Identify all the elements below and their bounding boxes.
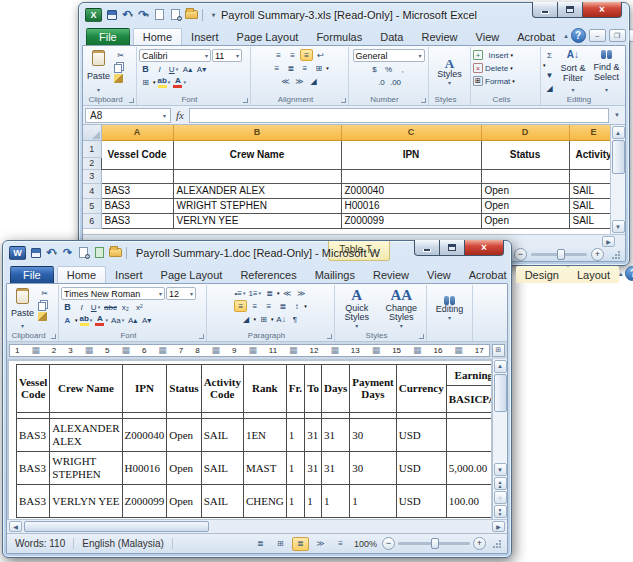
find-select-button[interactable]: Find & Select▾ xyxy=(590,49,623,94)
table-cell[interactable]: 1 xyxy=(286,418,304,451)
multilevel-list-button[interactable]: ≣ xyxy=(263,287,276,299)
cell[interactable]: Open xyxy=(481,198,569,213)
fill-color-button[interactable]: ab▾ xyxy=(157,76,172,88)
align-right-button[interactable]: ≡ xyxy=(262,300,275,312)
table-column-marker-icon[interactable]: ▦ xyxy=(248,346,257,355)
scroll-up-icon[interactable]: ▲ xyxy=(494,360,507,373)
undo-icon[interactable]: ↶▾ xyxy=(45,246,58,260)
dialog-launcher-icon[interactable] xyxy=(341,98,346,103)
cell[interactable] xyxy=(101,169,173,183)
bold-button[interactable]: B xyxy=(139,63,152,75)
new-document-icon[interactable] xyxy=(153,8,166,22)
align-left-button[interactable]: ≡ xyxy=(234,300,247,312)
scroll-left-icon[interactable]: ◀ xyxy=(9,521,22,532)
excel-grid[interactable]: ABCDE1Vessel CodeCrew NameIPNStatusActiv… xyxy=(83,125,610,234)
horizontal-ruler[interactable]: 1▦23▦5▦6▦78▦9▦11▦12▦13▦15▦16▦17 xyxy=(9,344,490,357)
format-cells-button[interactable]: ⊞Format▾ xyxy=(473,75,538,87)
cell[interactable]: WRIGHT STEPHEN xyxy=(173,198,341,213)
tab-file[interactable]: File xyxy=(86,28,130,45)
cell[interactable] xyxy=(569,169,610,183)
align-left-icon[interactable]: ≡ xyxy=(270,62,283,74)
formula-input[interactable] xyxy=(189,108,609,123)
wrap-text-icon[interactable]: ↩ xyxy=(314,49,327,61)
close-button[interactable]: × xyxy=(582,2,622,18)
copy-icon[interactable] xyxy=(114,64,122,73)
language-status[interactable]: English (Malaysia) xyxy=(74,538,173,549)
zoom-level-label[interactable]: 100% xyxy=(352,539,379,549)
table-column-marker-icon[interactable]: ▦ xyxy=(289,346,298,355)
dialog-launcher-icon[interactable] xyxy=(419,334,424,339)
tab-review[interactable]: Review xyxy=(364,266,418,283)
cell[interactable] xyxy=(341,169,481,183)
word-logo-icon[interactable]: W xyxy=(9,246,26,260)
paste-button[interactable]: Paste▾ xyxy=(85,49,112,94)
cell[interactable]: Z000040 xyxy=(341,183,481,198)
cell[interactable]: ALEXANDER ALEX xyxy=(173,183,341,198)
show-hide-marks-button[interactable]: ¶ xyxy=(289,313,302,325)
table-column-marker-icon[interactable]: ▦ xyxy=(413,346,422,355)
cell[interactable] xyxy=(481,169,569,183)
cell[interactable]: BAS3 xyxy=(101,198,173,213)
italic-button[interactable]: I xyxy=(75,301,88,313)
line-spacing-button[interactable]: ↕ xyxy=(290,300,303,312)
table-header-cell[interactable]: Rank xyxy=(243,364,286,412)
tab-insert[interactable]: Insert xyxy=(106,266,152,283)
dialog-launcher-icon[interactable] xyxy=(51,334,56,339)
table-column-marker-icon[interactable]: ▦ xyxy=(158,346,167,355)
sort-filter-button[interactable]: A↓ Sort & Filter▾ xyxy=(558,49,588,94)
zoom-out-icon[interactable]: − xyxy=(382,537,395,550)
table-cell[interactable]: 5,000.00 xyxy=(446,451,491,484)
center-button[interactable]: ≡ xyxy=(248,300,261,312)
table-cell[interactable]: MAST xyxy=(243,451,286,484)
borders-button[interactable]: ⊞ xyxy=(139,76,152,88)
row-header-2[interactable]: 2 xyxy=(83,157,101,169)
scroll-up-icon[interactable]: ▲ xyxy=(612,126,625,139)
table-cell[interactable]: Open xyxy=(167,451,201,484)
workbook-close-button[interactable]: × xyxy=(629,29,633,42)
table-cell[interactable]: Z000040 xyxy=(122,418,167,451)
help-icon[interactable]: ? xyxy=(571,28,586,43)
tab-insert[interactable]: Insert xyxy=(182,28,228,45)
table-cell[interactable]: SAIL xyxy=(201,484,243,517)
web-layout-view-icon[interactable]: ≣ xyxy=(292,537,309,551)
strikethrough-button[interactable]: abc xyxy=(103,301,118,313)
insert-function-icon[interactable]: fx xyxy=(173,109,187,121)
table-cell[interactable] xyxy=(446,418,491,451)
cell[interactable]: SAIL xyxy=(569,198,610,213)
align-top-icon[interactable]: ≡ xyxy=(272,49,285,61)
table-cell[interactable]: USD xyxy=(396,484,446,517)
table-cell[interactable]: SAIL xyxy=(201,418,243,451)
table-cell[interactable]: USD xyxy=(396,418,446,451)
zoom-out-icon[interactable]: − xyxy=(514,248,527,261)
font-color-button[interactable]: A▾ xyxy=(94,314,109,326)
quick-styles-button[interactable]: A Quick Styles▾ xyxy=(337,287,376,330)
undo-icon[interactable]: ↶▾ xyxy=(121,8,134,22)
excel-vertical-scrollbar[interactable]: ▲ ▼ xyxy=(610,125,625,234)
table-column-marker-icon[interactable]: ▦ xyxy=(454,346,463,355)
resize-grip-icon[interactable] xyxy=(492,539,501,548)
decrease-decimal-icon[interactable]: .00 xyxy=(389,76,402,88)
table-header-basicpay[interactable]: BASICPAY xyxy=(446,385,491,412)
redo-icon[interactable]: ↷▾ xyxy=(137,8,150,22)
table-cell[interactable]: BAS3 xyxy=(17,484,50,517)
tab-mailings[interactable]: Mailings xyxy=(306,266,364,283)
excel-titlebar[interactable]: X ↶▾ ↷▾ ▾ Payroll Summary-3.xls [Read-On… xyxy=(82,3,626,26)
shrink-font-button[interactable]: A▾ xyxy=(195,63,208,75)
cell[interactable]: BAS3 xyxy=(101,183,173,198)
word-horizontal-scrollbar[interactable]: ◀ ▶ xyxy=(7,519,507,533)
table-header-cell[interactable]: Days xyxy=(321,364,349,412)
align-bottom-icon[interactable]: ≡ xyxy=(300,49,313,61)
cell[interactable]: SAIL xyxy=(569,183,610,198)
tab-page-layout[interactable]: Page Layout xyxy=(152,266,232,283)
cell[interactable]: BAS3 xyxy=(101,213,173,228)
table-cell[interactable]: 1 xyxy=(286,451,304,484)
print-preview-icon[interactable] xyxy=(77,246,90,260)
minimize-button[interactable] xyxy=(414,240,440,256)
tab-home[interactable]: Home xyxy=(57,266,106,283)
dialog-launcher-icon[interactable] xyxy=(421,98,426,103)
document-page[interactable]: Vessel CodeCrew NameIPNStatusActivity Co… xyxy=(9,361,491,519)
column-header-a[interactable]: A xyxy=(101,125,173,140)
underline-button[interactable]: U▾ xyxy=(167,63,180,75)
tab-data[interactable]: Data xyxy=(371,28,412,45)
orientation-icon[interactable]: ◢ xyxy=(307,75,320,87)
